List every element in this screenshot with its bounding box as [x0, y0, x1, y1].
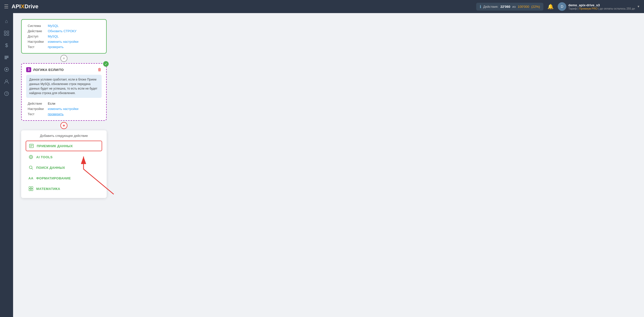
- sidebar-item-profile[interactable]: [2, 76, 12, 87]
- menu-icon[interactable]: ☰: [4, 4, 9, 10]
- mysql-table: Система MySQL Действие Обновить СТРОКУ Д…: [26, 23, 102, 50]
- add-step-button-1[interactable]: +: [60, 55, 67, 62]
- user-info: demo_apix-drive_s3 Тариф | Премиум PRO |…: [568, 3, 635, 10]
- header-actions: ℹ Действия: 22'060 из 100'000 (22%) 🔔 D …: [476, 2, 640, 11]
- actions-separator: из: [512, 5, 516, 9]
- logo-api: API: [12, 3, 21, 10]
- sidebar-item-services[interactable]: [2, 52, 12, 62]
- label-deystvie-2: Действие: [26, 101, 46, 106]
- user-section[interactable]: D demo_apix-drive_s3 Тариф | Премиум PRO…: [558, 2, 640, 11]
- table-row: Действие Обновить СТРОКУ: [26, 28, 102, 34]
- logic-title: ЛОГИКА ЕСЛИ/ТО: [33, 68, 64, 72]
- svg-rect-0: [4, 31, 6, 33]
- table-row: Тест проверить: [26, 44, 102, 50]
- actions-label: Действия:: [483, 5, 499, 9]
- logo: APIXDrive: [12, 3, 38, 10]
- receiver-icon: [29, 143, 34, 149]
- svg-marker-8: [6, 68, 8, 70]
- sidebar-item-connections[interactable]: [2, 28, 12, 38]
- svg-rect-1: [7, 31, 9, 33]
- format-icon: Aa: [28, 175, 34, 181]
- svg-rect-24: [29, 187, 31, 188]
- mysql-block: Система MySQL Действие Обновить СТРОКУ Д…: [21, 19, 107, 54]
- math-icon: [28, 186, 34, 191]
- receiver-label: ПРИЕМНИК ДАННЫХ: [37, 144, 73, 148]
- ai-label: AI TOOLS: [36, 155, 53, 159]
- add-action-format[interactable]: Aa ФОРМАТИРОВАНИЕ: [26, 173, 102, 183]
- svg-rect-6: [5, 58, 7, 59]
- add-step-button-2[interactable]: +: [60, 122, 67, 129]
- info-icon: ℹ: [480, 4, 481, 9]
- format-label: ФОРМАТИРОВАНИЕ: [36, 176, 71, 180]
- actions-info-box: ℹ Действия: 22'060 из 100'000 (22%): [476, 3, 544, 11]
- value-deystvie-2: Если: [46, 101, 102, 106]
- label-nastroyki: Настройки: [26, 39, 46, 44]
- svg-rect-26: [29, 189, 31, 191]
- label-test-2: Тест: [26, 111, 46, 117]
- label-sistema: Система: [26, 23, 46, 28]
- add-action-ai[interactable]: AI TOOLS: [26, 152, 102, 162]
- actions-count: 22'060: [500, 5, 510, 9]
- svg-rect-4: [5, 56, 9, 57]
- add-action-panel: Добавить следующее действие ПРИЕМНИК ДАН…: [21, 130, 107, 198]
- value-nastroyki-2[interactable]: изменить настройки: [46, 106, 102, 111]
- main-layout: ⌂ $ ? С: [0, 13, 644, 317]
- logic-number: 3: [26, 67, 31, 72]
- sidebar-item-help[interactable]: ?: [2, 89, 12, 99]
- value-sistema[interactable]: MySQL: [46, 23, 102, 28]
- value-deystvie[interactable]: Обновить СТРОКУ: [46, 28, 102, 34]
- label-test: Тест: [26, 44, 46, 50]
- logo-drive: Drive: [24, 3, 38, 10]
- add-action-math[interactable]: МАТЕМАТИКА: [26, 184, 102, 193]
- actions-limit: 100'000: [518, 5, 529, 9]
- flow-container: Система MySQL Действие Обновить СТРОКУ Д…: [21, 19, 117, 198]
- label-deystvie: Действие: [26, 28, 46, 34]
- logic-block: ✓ 3 ЛОГИКА ЕСЛИ/ТО 🗑 Данное условие сраб…: [21, 63, 107, 121]
- label-dostup: Доступ: [26, 34, 46, 39]
- svg-line-23: [32, 168, 33, 169]
- check-icon: ✓: [103, 61, 109, 67]
- table-row: Настройки изменить настройки: [26, 39, 102, 44]
- header: ☰ APIXDrive ℹ Действия: 22'060 из 100'00…: [0, 0, 644, 13]
- sidebar-item-billing[interactable]: $: [2, 40, 12, 50]
- svg-rect-3: [7, 34, 9, 35]
- search-icon: [28, 165, 34, 170]
- value-nastroyki[interactable]: изменить настройки: [46, 39, 102, 44]
- svg-rect-27: [31, 189, 33, 191]
- value-test-2[interactable]: проверить: [46, 111, 102, 117]
- sidebar: ⌂ $ ?: [0, 13, 13, 317]
- delete-icon[interactable]: 🗑: [98, 67, 102, 72]
- add-action-search[interactable]: ПОИСК ДАННЫХ: [26, 163, 102, 172]
- svg-rect-5: [5, 57, 9, 58]
- svg-rect-2: [4, 34, 6, 35]
- content-area: Система MySQL Действие Обновить СТРОКУ Д…: [13, 13, 644, 317]
- add-action-receiver[interactable]: ПРИЕМНИК ДАННЫХ: [26, 141, 102, 151]
- logic-description: Данное условие сработает, если в блоке П…: [26, 75, 102, 98]
- table-row: Тест проверить: [26, 111, 102, 117]
- actions-percent: (22%): [531, 5, 540, 9]
- svg-point-9: [6, 80, 8, 82]
- chevron-down-icon: ▼: [637, 5, 640, 8]
- ai-icon: [28, 154, 34, 160]
- connector-1: +: [21, 54, 107, 63]
- value-test[interactable]: проверить: [46, 44, 102, 50]
- bell-icon[interactable]: 🔔: [547, 4, 554, 10]
- math-label: МАТЕМАТИКА: [36, 187, 60, 191]
- logic-header: 3 ЛОГИКА ЕСЛИ/ТО 🗑: [26, 67, 102, 72]
- value-dostup[interactable]: MySQL: [46, 34, 102, 39]
- connector-2: +: [21, 121, 107, 130]
- logo-x: X: [21, 3, 25, 10]
- avatar: D: [558, 2, 566, 11]
- table-row: Действие Если: [26, 101, 102, 106]
- user-plan: Тариф | Премиум PRO | до оплаты осталось…: [568, 7, 635, 10]
- add-action-title: Добавить следующее действие: [26, 134, 102, 138]
- table-row: Настройки изменить настройки: [26, 106, 102, 111]
- sidebar-item-home[interactable]: ⌂: [2, 16, 12, 26]
- table-row: Система MySQL: [26, 23, 102, 28]
- svg-text:?: ?: [6, 92, 8, 96]
- user-name: demo_apix-drive_s3: [568, 3, 635, 7]
- search-label: ПОИСК ДАННЫХ: [36, 166, 65, 170]
- table-row: Доступ MySQL: [26, 34, 102, 39]
- sidebar-item-media[interactable]: [2, 64, 12, 74]
- logic-table: Действие Если Настройки изменить настрой…: [26, 101, 102, 117]
